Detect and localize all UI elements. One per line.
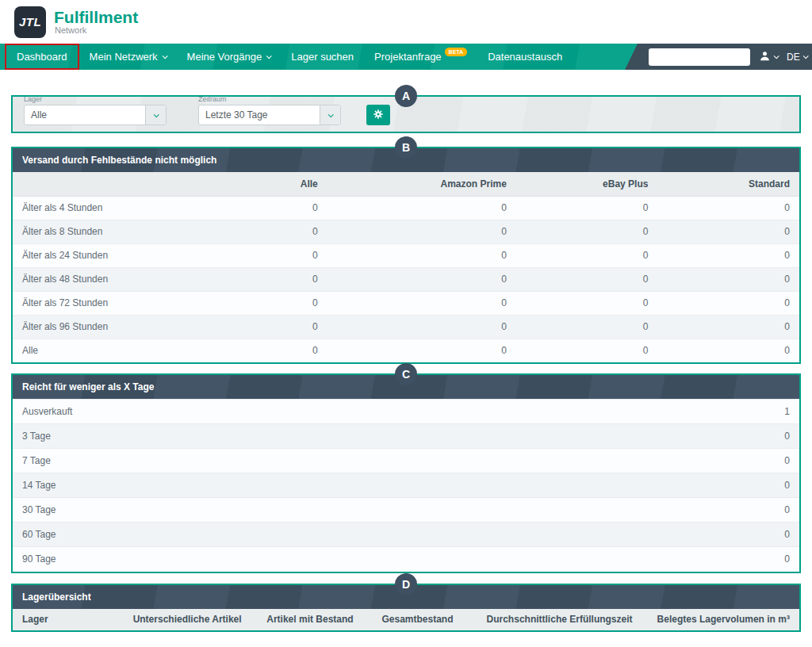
chevron-down-icon: [328, 112, 334, 117]
row-label: Älter als 4 Stunden: [13, 196, 209, 220]
beta-badge: BETA: [445, 48, 468, 56]
zeitraum-filter-group: Zeitraum Letzte 30 Tage: [198, 95, 341, 125]
table-row: Ausverkauft 1: [13, 400, 799, 424]
table-cell: 0: [485, 449, 799, 473]
table-cell: 0: [327, 196, 516, 220]
nav-item-label: Projektanfrage: [374, 51, 442, 63]
nav-item-label: Datenaustausch: [488, 51, 562, 63]
row-label: 60 Tage: [13, 523, 485, 547]
nav-item-meine-vorgaenge[interactable]: Meine Vorgänge: [177, 44, 282, 70]
nav-right-panel: DE: [625, 44, 812, 70]
table-row: Älter als 48 Stunden 0 0 0 0: [13, 267, 799, 291]
language-selector[interactable]: DE: [787, 52, 807, 63]
table-row: Älter als 8 Stunden 0 0 0 0: [13, 220, 799, 243]
nav-item-label: Lager suchen: [291, 51, 354, 63]
shipping-table: Alle Amazon Prime eBay Plus Standard Ält…: [13, 172, 799, 362]
row-label: 30 Tage: [13, 498, 485, 523]
table-cell: 0: [657, 243, 799, 267]
row-label: Alle: [13, 339, 209, 362]
zeitraum-select[interactable]: Letzte 30 Tage: [198, 105, 341, 125]
table-header-row: Alle Amazon Prime eBay Plus Standard: [13, 172, 799, 196]
table-cell: 0: [657, 339, 799, 362]
table-cell: 0: [516, 339, 658, 362]
table-row: 14 Tage 0: [13, 473, 799, 498]
table-cell: 0: [516, 243, 658, 267]
row-label: 90 Tage: [13, 547, 485, 572]
column-header: Amazon Prime: [327, 172, 516, 196]
lager-filter-label: Lager: [24, 95, 167, 103]
nav-item-label: Meine Vorgänge: [187, 51, 262, 63]
chevron-down-icon: [266, 53, 272, 59]
lager-select[interactable]: Alle: [24, 105, 167, 125]
select-dropdown-button[interactable]: [320, 105, 340, 124]
chevron-down-icon: [162, 53, 167, 59]
row-label: Älter als 96 Stunden: [13, 315, 209, 339]
table-row: 30 Tage 0: [13, 498, 799, 523]
user-menu[interactable]: [759, 50, 778, 64]
nav-item-datenaustausch[interactable]: Datenaustausch: [477, 44, 573, 70]
table-row: 60 Tage 0: [13, 523, 799, 547]
language-label: DE: [787, 52, 800, 63]
table-cell: 0: [209, 315, 327, 339]
range-panel: C Reicht für weniger als X Tage Ausverka…: [11, 373, 801, 573]
table-cell: 0: [209, 267, 327, 291]
nav-item-projektanfrage[interactable]: Projektanfrage BETA: [364, 44, 477, 70]
table-row: Älter als 24 Stunden 0 0 0 0: [13, 243, 799, 267]
table-cell: 0: [327, 220, 516, 243]
table-cell: 0: [516, 267, 658, 291]
annotation-c: C: [395, 363, 417, 385]
nav-item-lager-suchen[interactable]: Lager suchen: [281, 44, 364, 70]
zeitraum-select-value: Letzte 30 Tage: [199, 105, 320, 124]
nav-item-label: Mein Netzwerk: [90, 51, 158, 63]
table-cell: 0: [657, 220, 799, 243]
row-label: Älter als 48 Stunden: [13, 267, 209, 291]
table-cell: 0: [327, 267, 516, 291]
app-header: JTL Fulfillment Network: [0, 0, 812, 44]
annotation-a: A: [395, 85, 417, 107]
table-cell: 0: [327, 339, 516, 362]
nav-item-mein-netzwerk[interactable]: Mein Netzwerk: [79, 44, 177, 70]
table-cell: 0: [485, 547, 799, 572]
search-input[interactable]: [649, 48, 750, 66]
table-row: 90 Tage 0: [13, 547, 799, 572]
table-cell: 0: [209, 291, 327, 315]
row-label: 7 Tage: [13, 449, 485, 473]
filter-settings-button[interactable]: [366, 105, 390, 125]
warehouse-panel: D Lagerübersicht Lager Unterschiedliche …: [11, 584, 801, 632]
select-dropdown-button[interactable]: [145, 105, 166, 124]
chevron-down-icon: [802, 53, 808, 59]
annotation-b: B: [395, 136, 417, 159]
table-cell: 0: [485, 473, 799, 498]
user-icon: [759, 50, 771, 64]
table-cell: 0: [657, 315, 799, 339]
chevron-down-icon: [154, 112, 159, 117]
table-cell: 0: [327, 291, 516, 315]
nav-item-dashboard[interactable]: Dashboard: [5, 44, 79, 70]
column-header-empty: [13, 172, 209, 196]
row-label: Älter als 72 Stunden: [13, 291, 209, 315]
lager-select-value: Alle: [25, 105, 145, 124]
zeitraum-filter-label: Zeitraum: [198, 95, 341, 103]
main-nav: Dashboard Mein Netzwerk Meine Vorgänge L…: [0, 44, 812, 70]
table-row: Älter als 96 Stunden 0 0 0 0: [13, 315, 799, 339]
range-table: Ausverkauft 1 3 Tage 0 7 Tage 0 14 Tage …: [13, 399, 799, 572]
table-cell: 0: [657, 196, 799, 220]
table-cell: 0: [516, 291, 658, 315]
table-cell: 0: [516, 315, 658, 339]
table-row: Älter als 4 Stunden 0 0 0 0: [13, 196, 799, 220]
table-cell: 0: [327, 243, 516, 267]
row-label: 14 Tage: [13, 473, 485, 498]
column-header: Gesamtbestand: [368, 614, 468, 625]
nav-item-label: Dashboard: [17, 51, 67, 63]
table-cell: 0: [209, 196, 327, 220]
table-cell: 0: [516, 196, 658, 220]
table-cell: 0: [516, 220, 658, 243]
warehouse-header-row: Lager Unterschiedliche Artikel Artikel m…: [13, 609, 799, 630]
column-header: Alle: [209, 172, 327, 196]
table-cell: 0: [209, 243, 327, 267]
row-label: Älter als 8 Stunden: [13, 220, 209, 243]
table-cell: 0: [485, 424, 799, 449]
column-header: Lager: [22, 614, 122, 625]
column-header: Artikel mit Bestand: [252, 614, 367, 625]
brand-subtitle: Network: [55, 26, 138, 36]
